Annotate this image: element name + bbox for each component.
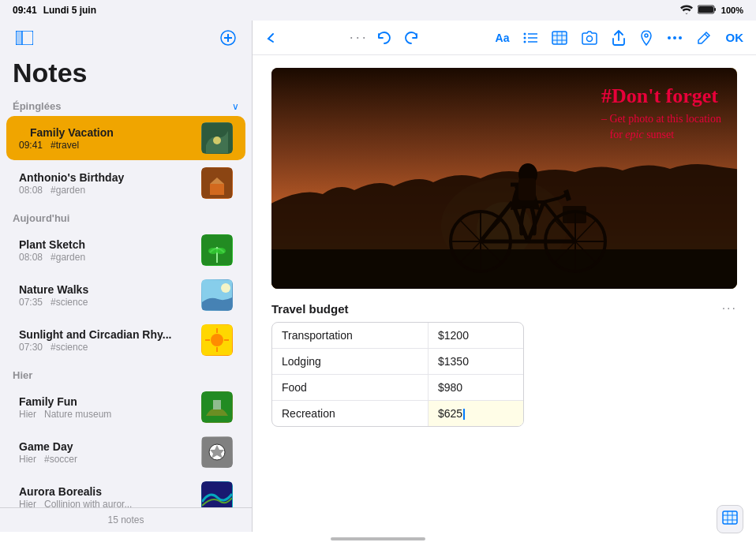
note-item-aurora[interactable]: Aurora Borealis Hier Collinion with auro… xyxy=(6,475,245,507)
handwritten-subtitle: – Get photo at this location for epic su… xyxy=(601,111,721,142)
note-item-plant-sketch[interactable]: Plant Sketch 08:08 #garden xyxy=(6,228,245,272)
sidebar: Notes Épinglées ∨ ⊙ Family Vacation 09:4… xyxy=(0,21,253,532)
share-button[interactable] xyxy=(608,27,629,49)
budget-more-dots-icon[interactable]: ··· xyxy=(722,301,737,316)
hashtag-char: # xyxy=(601,84,612,107)
budget-amount-food: $980 xyxy=(429,375,523,400)
home-indicator xyxy=(331,537,425,540)
svg-point-32 xyxy=(524,40,526,43)
budget-row-food: Food $980 xyxy=(272,375,523,401)
undo-button[interactable] xyxy=(373,28,395,48)
note-meta: 09:41 #travel xyxy=(19,140,195,151)
note-thumbnail xyxy=(201,234,233,266)
note-item-nature-walks[interactable]: Nature Walks 07:35 #science xyxy=(6,273,245,317)
svg-point-44 xyxy=(673,36,676,39)
redo-button[interactable] xyxy=(400,28,422,48)
dont-forget-text: Don't forget xyxy=(612,84,718,107)
note-item-family-vacation[interactable]: ⊙ Family Vacation 09:41 #travel xyxy=(6,116,245,160)
sidebar-footer: 15 notes xyxy=(0,507,252,532)
svg-rect-3 xyxy=(16,31,22,45)
note-content: #Don't forget – Get photo at this locati… xyxy=(253,55,756,532)
table-button[interactable] xyxy=(548,28,571,48)
handwritten-overlay: #Don't forget – Get photo at this locati… xyxy=(601,84,721,142)
note-item-family-fun[interactable]: Family Fun Hier Nature museum xyxy=(6,385,245,429)
section-label-pinned: Épinglées xyxy=(13,100,61,112)
sidebar-toolbar xyxy=(0,21,252,55)
toolbar-left xyxy=(262,29,279,47)
note-item-content: Game Day Hier #soccer xyxy=(19,440,195,465)
svg-point-17 xyxy=(221,283,230,293)
note-meta: 07:35 #science xyxy=(19,297,195,308)
budget-header: Travel budget ··· xyxy=(271,301,737,316)
note-meta: 07:30 #science xyxy=(19,342,195,353)
note-item-birthday[interactable]: Anthonio's Birthday 08:08 #garden xyxy=(6,161,245,205)
toolbar-center: ··· xyxy=(350,28,422,48)
compose-button[interactable] xyxy=(217,27,239,49)
font-button[interactable]: Aa xyxy=(492,28,513,47)
note-meta: 08:08 #garden xyxy=(19,185,195,196)
budget-amount-transportation: $1200 xyxy=(429,323,523,348)
svg-point-42 xyxy=(645,34,648,37)
sidebar-title: Notes xyxy=(0,55,252,94)
svg-point-45 xyxy=(679,36,682,39)
budget-label-transportation: Transportation xyxy=(272,323,429,348)
pencil-button[interactable] xyxy=(694,28,714,48)
budget-label-recreation: Recreation xyxy=(272,401,429,426)
more-options-button[interactable] xyxy=(664,32,686,43)
list-button[interactable] xyxy=(520,28,541,47)
svg-rect-50 xyxy=(271,249,737,289)
note-title: Game Day xyxy=(19,440,195,453)
budget-title: Travel budget xyxy=(271,302,349,316)
sidebar-toggle-button[interactable] xyxy=(13,28,36,48)
svg-rect-1 xyxy=(698,6,713,13)
section-header-pinned: Épinglées ∨ xyxy=(0,94,252,115)
home-indicator-bar xyxy=(0,532,756,546)
note-thumbnail xyxy=(201,279,233,311)
budget-table: Transportation $1200 Lodging $1350 Food … xyxy=(271,322,524,427)
budget-amount-lodging: $1350 xyxy=(429,349,523,374)
svg-rect-75 xyxy=(563,206,586,223)
camera-button[interactable] xyxy=(578,28,601,48)
note-title: Nature Walks xyxy=(19,283,195,296)
budget-row-recreation: Recreation $625 xyxy=(272,401,523,426)
note-item-content: Family Fun Hier Nature museum xyxy=(19,395,195,420)
note-item-content: ⊙ Family Vacation 09:41 #travel xyxy=(19,126,195,151)
svg-rect-12 xyxy=(210,184,224,195)
svg-point-41 xyxy=(587,36,593,41)
section-header-yesterday: Hier xyxy=(0,363,252,384)
back-button[interactable] xyxy=(262,29,279,47)
status-date: Lundi 5 juin xyxy=(43,5,96,16)
section-header-today: Aujourd'hui xyxy=(0,206,252,227)
svg-rect-2 xyxy=(714,8,716,11)
battery-percentage: 100% xyxy=(721,6,743,15)
bottom-table-button[interactable] xyxy=(717,505,743,532)
note-meta: Hier Collinion with auror... xyxy=(19,499,195,507)
note-item-sunlight[interactable]: Sunlight and Circadian Rhy... 07:30 #sci… xyxy=(6,318,245,362)
handwritten-title: #Don't forget xyxy=(601,84,721,108)
svg-line-70 xyxy=(566,190,569,200)
font-label: Aa xyxy=(496,32,510,44)
section-label-today: Aujourd'hui xyxy=(13,212,69,224)
note-thumbnail xyxy=(201,122,233,154)
ok-button[interactable]: OK xyxy=(722,28,747,47)
note-item-content: Sunlight and Circadian Rhy... 07:30 #sci… xyxy=(19,328,195,353)
ok-label: OK xyxy=(725,31,743,44)
budget-row-transportation: Transportation $1200 xyxy=(272,323,523,349)
budget-row-lodging: Lodging $1350 xyxy=(272,349,523,375)
chevron-down-icon[interactable]: ∨ xyxy=(232,101,239,112)
sidebar-list: Épinglées ∨ ⊙ Family Vacation 09:41 #tra… xyxy=(0,94,252,507)
budget-amount-recreation[interactable]: $625 xyxy=(429,401,523,426)
wifi-icon xyxy=(680,5,693,16)
location-button[interactable] xyxy=(637,27,656,49)
svg-rect-36 xyxy=(552,32,567,44)
svg-point-15 xyxy=(216,248,226,254)
toolbar-dots-center: ··· xyxy=(350,29,369,46)
note-meta: 08:08 #garden xyxy=(19,252,195,263)
svg-line-46 xyxy=(705,34,708,37)
note-thumbnail xyxy=(201,436,233,468)
note-meta: Hier #soccer xyxy=(19,454,195,465)
note-item-game-day[interactable]: Game Day Hier #soccer xyxy=(6,430,245,474)
svg-rect-76 xyxy=(723,511,737,524)
svg-point-31 xyxy=(524,36,526,39)
note-meta: Hier Nature museum xyxy=(19,409,195,420)
